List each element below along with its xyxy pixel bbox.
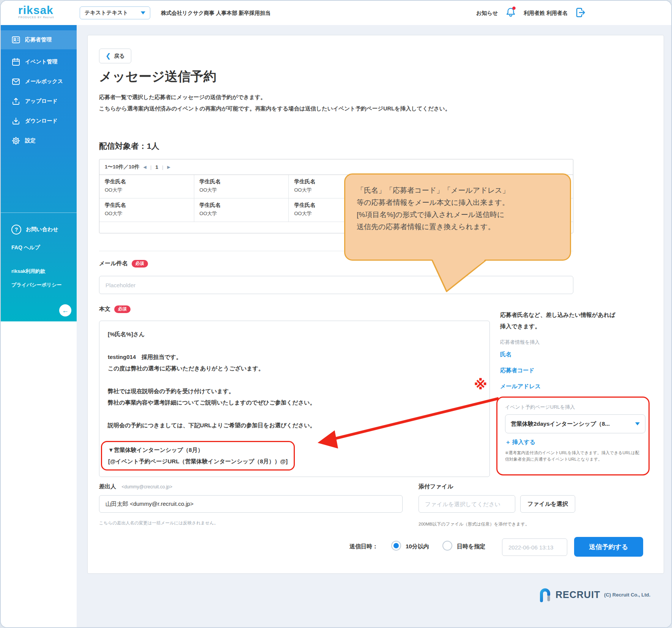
- body-label: 本文: [99, 305, 110, 313]
- subject-label-row: メール件名 必須: [99, 260, 148, 268]
- sidebar-item-download[interactable]: ダウンロード: [1, 112, 77, 131]
- radio-specify-datetime[interactable]: [442, 541, 452, 551]
- sidebar-link-terms[interactable]: riksak利用約款: [11, 268, 46, 275]
- pagination-separator: |: [150, 164, 152, 170]
- table-pagination: 1〜10件／10件 ◀ | 1 | ▶: [99, 159, 573, 175]
- recipients-heading: 配信対象者：1人: [99, 141, 159, 151]
- event-url-panel: イベント予約ページURLを挿入 営業体験2daysインターンシップ（8... ＋…: [496, 397, 650, 475]
- radio-within-10min[interactable]: [391, 541, 401, 551]
- app-logo-text: riksak: [18, 5, 54, 16]
- recipient-school: OO大学: [105, 210, 189, 217]
- recipient-cell: 学生氏名OO大学: [99, 198, 194, 222]
- body-text: [%氏名%]さん testing014 採用担当です。 この度は弊社の選考に応募…: [108, 329, 481, 431]
- event-url-dropdown-value: 営業体験2daysインターンシップ（8...: [511, 420, 610, 428]
- insert-section-label: 応募者情報を挿入: [500, 339, 540, 346]
- sidebar-item-events[interactable]: イベント管理: [1, 52, 77, 71]
- pagination-range: 1〜10件／10件: [105, 164, 140, 170]
- insert-url-action[interactable]: ＋ 挿入する: [505, 439, 641, 446]
- insert-link-applicant-code[interactable]: 応募者コード: [500, 367, 535, 374]
- schedule-label: 送信日時：: [349, 543, 378, 550]
- workspace-selector[interactable]: テキストテキスト: [80, 6, 150, 19]
- body-textarea[interactable]: [%氏名%]さん testing014 採用担当です。 この度は弊社の選考に応募…: [99, 321, 490, 477]
- question-circle-icon: ?: [11, 225, 21, 235]
- subject-label: メール件名: [99, 260, 128, 267]
- main-card: ❮ 戻る メッセージ送信予約 応募者一覧で選択した応募者にメッセージの送信予約が…: [87, 35, 664, 574]
- datetime-input[interactable]: [502, 538, 567, 556]
- event-url-note: ※選考案内送付済のイベントURLを挿入できます。挿入できるURLは配信対象者全員…: [505, 450, 641, 463]
- sender-input[interactable]: [99, 495, 403, 513]
- app-logo[interactable]: riksak PRODUCED BY Recruit: [18, 5, 54, 19]
- sidebar-item-label: アップロード: [25, 98, 58, 105]
- sender-label-row: 差出人 <dummy@crecruit.co.jp>: [99, 483, 172, 490]
- body-highlighted-url-block: ▼営業体験インターンシップ（8月） [@イベント予約ページURL（営業体験インタ…: [101, 441, 295, 471]
- download-icon: [11, 116, 20, 126]
- page-description-line1: 応募者一覧で選択した応募者にメッセージの送信予約ができます。: [99, 91, 266, 103]
- sidebar-item-upload[interactable]: アップロード: [1, 92, 77, 111]
- insert-link-email[interactable]: メールアドレス: [500, 383, 541, 390]
- required-badge: 必須: [114, 305, 131, 313]
- file-select-button[interactable]: ファイルを選択: [520, 495, 575, 513]
- recipient-name: 学生氏名: [200, 178, 283, 185]
- recipient-name: 学生氏名: [105, 202, 189, 209]
- left-arrow-icon: ←: [62, 307, 69, 315]
- radio-specify-datetime-label: 日時を指定: [457, 543, 485, 550]
- submit-reservation-button[interactable]: 送信予約する: [574, 537, 643, 557]
- pagination-page-number[interactable]: 1: [156, 164, 159, 170]
- recipient-cell: 学生氏名OO大学: [194, 175, 289, 198]
- user-name[interactable]: 利用者姓 利用者名: [524, 10, 568, 17]
- subject-input[interactable]: [99, 276, 573, 294]
- gear-icon: [11, 136, 20, 145]
- recipient-name: 学生氏名: [105, 178, 189, 185]
- attachment-label: 添付ファイル: [419, 483, 453, 490]
- page-description-line2: こちらから選考案内送付済みのイベントの再案内が可能です。再案内をする場合は送信し…: [99, 103, 450, 114]
- event-url-dropdown[interactable]: 営業体験2daysインターンシップ（8...: [505, 414, 645, 433]
- recipient-school: OO大学: [200, 187, 283, 194]
- back-button-label: 戻る: [114, 53, 124, 60]
- footer-copyright: (C) Recruit Co., Ltd.: [604, 592, 650, 598]
- sidebar-link-privacy[interactable]: プライバシーポリシー: [11, 282, 61, 288]
- top-header: riksak PRODUCED BY Recruit テキストテキスト 株式会社…: [1, 1, 672, 25]
- back-button[interactable]: ❮ 戻る: [99, 49, 131, 63]
- pagination-prev-icon[interactable]: ◀: [143, 165, 146, 170]
- chevron-down-icon: [141, 11, 145, 14]
- notice-link[interactable]: お知らせ: [476, 10, 498, 17]
- sender-label: 差出人: [99, 483, 116, 490]
- chevron-down-icon: [635, 422, 640, 425]
- sidebar-collapse-button[interactable]: ←: [59, 304, 71, 316]
- sidebar-item-label: 応募者管理: [25, 36, 52, 43]
- sidebar-item-mailbox[interactable]: メールボックス: [1, 72, 77, 91]
- sidebar-item-label: 設定: [25, 137, 36, 144]
- attachment-note: 200MB以下のファイル（形式は任意）を添付できます。: [419, 521, 529, 527]
- sidebar-item-contact[interactable]: ? お問い合わせ: [1, 220, 77, 239]
- logout-icon[interactable]: [574, 6, 587, 19]
- body-label-row: 本文 必須: [99, 305, 131, 313]
- footer: RECRUIT (C) Recruit Co., Ltd.: [539, 587, 650, 602]
- app-window: riksak PRODUCED BY Recruit テキストテキスト 株式会社…: [0, 0, 672, 628]
- workspace-selector-value: テキストテキスト: [85, 9, 128, 16]
- recipient-cell: 学生氏名OO大学: [99, 175, 194, 198]
- insert-link-name[interactable]: 氏名: [500, 351, 511, 358]
- radio-within-10min-label: 10分以内: [406, 543, 429, 550]
- sidebar-item-settings[interactable]: 設定: [1, 131, 77, 150]
- recipient-school: OO大学: [200, 210, 283, 217]
- sidebar-divider: [1, 212, 77, 213]
- attachment-filename-input[interactable]: [419, 495, 515, 513]
- calendar-icon: [11, 57, 20, 66]
- notification-bell-icon[interactable]: [505, 5, 518, 20]
- sender-email-hint: <dummy@crecruit.co.jp>: [121, 484, 172, 489]
- id-card-icon: [11, 35, 20, 44]
- callout-text: 「氏名」「応募者コード」「メールアドレス」 等の応募者情報をメール本文に挿入出来…: [357, 184, 559, 233]
- pagination-next-icon[interactable]: ▶: [167, 165, 170, 170]
- sidebar-item-faq-help[interactable]: FAQ ヘルプ: [11, 244, 40, 251]
- page-title: メッセージ送信予約: [99, 68, 216, 85]
- sidebar-item-applicants[interactable]: 応募者管理: [1, 30, 77, 49]
- sidebar-item-label: イベント管理: [25, 58, 57, 65]
- insert-info-callout: 「氏名」「応募者コード」「メールアドレス」 等の応募者情報をメール本文に挿入出来…: [344, 173, 571, 261]
- sidebar-item-label: メールボックス: [25, 78, 63, 85]
- sidebar-nav: 応募者管理 イベント管理 メールボックス アップロード: [1, 25, 77, 321]
- footer-brand: RECRUIT: [556, 589, 600, 600]
- sidebar-item-label: お問い合わせ: [26, 226, 58, 233]
- chevron-left-icon: ❮: [105, 52, 111, 60]
- app-logo-subtext: PRODUCED BY Recruit: [18, 16, 54, 19]
- required-badge: 必須: [132, 260, 148, 268]
